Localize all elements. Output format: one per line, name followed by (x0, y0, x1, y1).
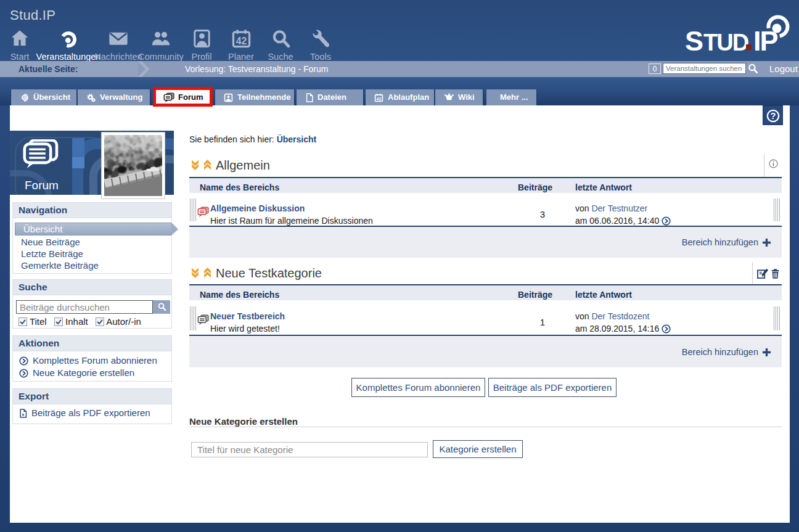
svg-text:TUD: TUD (703, 30, 748, 52)
svg-text:42: 42 (236, 36, 247, 46)
svg-text:S: S (685, 25, 703, 52)
svg-text:42: 42 (377, 97, 382, 102)
svg-text:?: ? (770, 111, 776, 121)
